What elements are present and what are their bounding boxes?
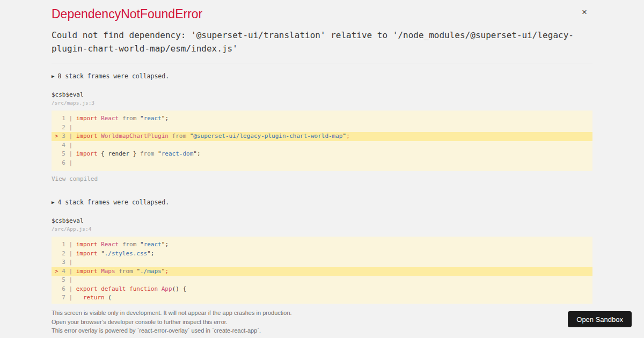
stack-frame-section: ▶8 stack frames were collapsed. $csb$eva…	[52, 72, 592, 183]
collapsed-frames-label: 8 stack frames were collapsed.	[57, 72, 169, 80]
code-line: 1 | import React from "react";	[52, 240, 592, 249]
collapsed-frames-toggle[interactable]: ▶4 stack frames were collapsed.	[52, 199, 592, 206]
code-snippet: 1 | import React from "react"; 2 | impor…	[52, 237, 592, 306]
close-icon[interactable]: ×	[582, 8, 587, 17]
footer-note: Open your browser’s developer console to…	[52, 318, 644, 327]
footer-note: This error overlay is powered by `react-…	[52, 326, 644, 335]
collapsed-frames-label: 4 stack frames were collapsed.	[57, 199, 169, 206]
code-line: 6 |	[52, 159, 592, 168]
code-line: 2 | import "./styles.css";	[52, 249, 592, 259]
code-line: 7 | return (	[52, 293, 592, 303]
open-sandbox-button[interactable]: Open Sandbox	[568, 311, 632, 327]
collapse-arrow-icon: ▶	[52, 74, 54, 79]
view-compiled-link[interactable]: View compiled	[52, 175, 98, 182]
divider	[52, 63, 592, 63]
dev-footer: This screen is visible only in developme…	[0, 304, 644, 338]
code-line: > 4 | import Maps from "./maps";	[52, 267, 592, 276]
code-line: 5 |	[52, 276, 592, 285]
error-overlay: DependencyNotFoundError × Could not find…	[52, 0, 592, 317]
code-line: 6 | export default function App() {	[52, 285, 592, 294]
code-line: 1 | import React from "react";	[52, 114, 592, 123]
error-title: DependencyNotFoundError	[52, 7, 592, 21]
frame-file-location: /src/maps.js:3	[52, 100, 592, 106]
code-line: 2 |	[52, 123, 592, 133]
code-snippet: 1 | import React from "react"; 2 | > 3 |…	[52, 111, 592, 171]
code-line: 5 | import { render } from "react-dom";	[52, 150, 592, 159]
frame-function-name: $csb$eval	[52, 217, 592, 224]
code-line: 4 |	[52, 141, 592, 150]
overlay-header: DependencyNotFoundError ×	[52, 7, 592, 21]
footer-note: This screen is visible only in developme…	[52, 308, 644, 318]
code-line: 3 |	[52, 258, 592, 267]
error-message: Could not find dependency: '@superset-ui…	[52, 28, 592, 55]
stack-frame-section: ▶4 stack frames were collapsed. $csb$eva…	[52, 199, 592, 317]
collapse-arrow-icon: ▶	[52, 200, 54, 205]
collapsed-frames-toggle[interactable]: ▶8 stack frames were collapsed.	[52, 72, 592, 80]
frame-function-name: $csb$eval	[52, 91, 592, 98]
code-line: > 3 | import WorldmapChartPlugin from "@…	[52, 132, 592, 141]
frame-file-location: /src/App.js:4	[52, 226, 592, 232]
